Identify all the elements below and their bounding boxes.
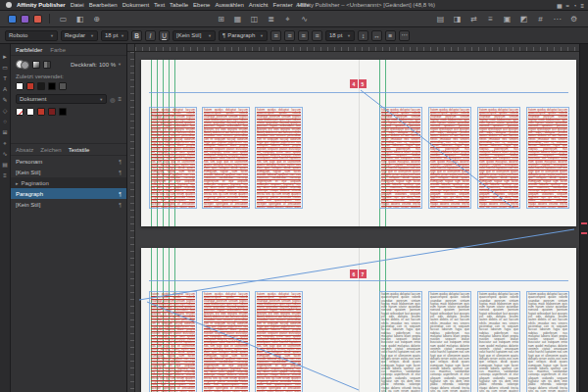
menu-app[interactable]: Affinity Publisher — [17, 2, 66, 8]
leading-icon[interactable]: ↕ — [358, 30, 368, 41]
menu-ansicht[interactable]: Ansicht — [249, 2, 269, 8]
opacity-control[interactable]: Deckkraft: 100 % ▼ — [71, 62, 122, 68]
font-family-select[interactable]: Roboto ▼ — [5, 30, 58, 41]
menu-auswaehlen[interactable]: Auswählen — [215, 2, 243, 8]
document-swatch[interactable] — [37, 108, 45, 116]
menu-bearbeiten[interactable]: Bearbeiten — [89, 2, 118, 8]
text-column[interactable]: Itatem quidus doluptat laccum quaecerspe… — [202, 107, 250, 209]
menu-tabelle[interactable]: Tabelle — [170, 2, 188, 8]
text-panel-icon[interactable]: ≡ — [484, 15, 497, 24]
text-column[interactable]: Itatem quidus doluptat laccum quaecerspe… — [477, 291, 520, 392]
tab-farbfelder[interactable]: Farbfelder — [16, 47, 42, 53]
recent-swatch[interactable] — [48, 82, 56, 90]
tab-textstile[interactable]: Textstile — [69, 147, 90, 153]
text-style-group-pagination[interactable]: ▸ Pagination — [11, 177, 126, 188]
text-style-item[interactable]: Personam ¶ — [11, 156, 126, 167]
display-icon[interactable]: ▦ — [557, 2, 563, 9]
menu-fenster[interactable]: Fenster — [273, 2, 293, 8]
more-icon[interactable]: ⋯ — [551, 15, 564, 24]
leading-select[interactable]: 18 pt ▼ — [325, 30, 355, 41]
document-swatch[interactable] — [59, 108, 67, 116]
document-swatch[interactable] — [48, 108, 56, 116]
wifi-icon[interactable]: ≈ — [566, 3, 569, 9]
grid-icon[interactable]: # — [534, 15, 547, 24]
pen-tool[interactable]: ✎ — [2, 96, 7, 104]
transform-origin-icon[interactable]: ⌖ — [281, 15, 294, 24]
right-panel-strip[interactable] — [579, 44, 588, 392]
table-tool[interactable]: A — [3, 85, 7, 93]
page-number-badge[interactable]: 6 7 — [350, 270, 367, 278]
text-style-item[interactable]: [Kein Stil] ¶ — [11, 199, 126, 210]
text-column[interactable]: Itatem quidus doluptat laccum quaecerspe… — [149, 107, 197, 209]
curves-icon[interactable]: ∿ — [298, 15, 311, 24]
none-swatch[interactable] — [16, 108, 24, 116]
colour-picker-tool[interactable]: ▤ — [2, 161, 8, 169]
recent-swatch[interactable] — [59, 82, 67, 90]
page-number-badge[interactable]: 4 5 — [350, 79, 367, 88]
rectangle-tool[interactable]: ⊞ — [2, 128, 7, 136]
tab-absatz[interactable]: Absatz — [16, 147, 33, 153]
gradient-fill-icon[interactable] — [32, 61, 40, 69]
text-column[interactable]: Itatem quidus doluptat laccum quaecerspe… — [428, 291, 471, 392]
search-icon[interactable]: ◎ — [110, 96, 115, 103]
bitmap-fill-icon[interactable] — [43, 61, 51, 69]
tab-farbe[interactable]: Farbe — [50, 47, 66, 53]
settings-icon[interactable]: ⚙ — [567, 15, 580, 24]
text-column[interactable]: Itatem quidus doluptat laccum quaecerspe… — [526, 291, 569, 392]
split-view-icon[interactable]: ◫ — [248, 15, 261, 24]
align-justify-button[interactable]: ≡ — [312, 30, 322, 41]
list-icon[interactable]: ≡ — [385, 30, 396, 41]
document-canvas[interactable]: 4 5 Itatem quidus doluptat laccum quaece… — [135, 52, 579, 392]
text-column[interactable]: Itatem quidus doluptat laccum quaecerspe… — [149, 291, 197, 392]
recent-swatch[interactable] — [16, 82, 24, 90]
panel-menu-icon[interactable]: ≡ — [118, 96, 122, 102]
align-center-button[interactable]: ≡ — [284, 30, 295, 41]
text-column[interactable]: Itatem quidus doluptat laccum quaecerspe… — [428, 107, 471, 209]
color-selector-icon[interactable] — [16, 60, 29, 70]
text-column[interactable]: Itatem quidus doluptat laccum quaecerspe… — [477, 107, 520, 209]
control-center-icon[interactable]: ≡ — [580, 3, 584, 9]
margins-icon[interactable]: ◩ — [517, 15, 530, 24]
view-tool[interactable]: ≡ — [3, 172, 7, 179]
preview-mode-icon[interactable]: ▦ — [231, 15, 244, 24]
bold-button[interactable]: B — [131, 30, 142, 41]
node-tool[interactable]: ◇ — [3, 107, 8, 115]
tracking-icon[interactable]: ↔ — [371, 30, 382, 41]
document-swatch[interactable] — [26, 108, 34, 116]
menu-ebene[interactable]: Ebene — [193, 2, 210, 8]
align-panel-icon[interactable]: ◨ — [451, 15, 464, 24]
photo-persona-button[interactable] — [33, 15, 42, 24]
text-column[interactable]: Itatem quidus doluptat laccum quaecerspe… — [379, 291, 422, 392]
text-column[interactable]: Itatem quidus doluptat laccum quaecerspe… — [379, 107, 422, 209]
align-right-button[interactable]: ≡ — [298, 30, 309, 41]
menu-dokument[interactable]: Dokument — [122, 2, 149, 8]
text-style-item-selected[interactable]: Paragraph ¶ — [11, 188, 126, 199]
tab-zeichen[interactable]: Zeichen — [40, 147, 61, 153]
flip-icon[interactable]: ⇄ — [467, 15, 480, 24]
picture-frame-tool[interactable]: ⌖ — [3, 139, 6, 147]
designer-persona-button[interactable] — [21, 15, 29, 24]
place-icon[interactable]: ⊕ — [90, 15, 103, 24]
publisher-persona-button[interactable] — [8, 15, 17, 24]
artistic-text-tool[interactable]: T — [3, 74, 7, 82]
disclosure-icon[interactable]: ▸ — [16, 180, 19, 186]
ellipse-tool[interactable]: ○ — [3, 118, 7, 125]
move-tool[interactable]: ► — [2, 53, 8, 61]
more-options-icon[interactable]: ⋯ — [399, 30, 410, 41]
text-column[interactable]: Itatem quidus doluptat laccum quaecerspe… — [255, 291, 303, 392]
battery-icon[interactable]: ◔ — [573, 3, 577, 9]
character-style-select[interactable]: [Kein Stil] ▼ — [172, 30, 216, 41]
menu-datei[interactable]: Datei — [71, 2, 84, 8]
font-style-select[interactable]: Regular ▼ — [61, 30, 98, 41]
underline-button[interactable]: U — [159, 30, 170, 41]
menu-text[interactable]: Text — [154, 2, 165, 8]
apple-menu-icon[interactable] — [6, 2, 12, 8]
guides-icon[interactable]: ▣ — [501, 15, 514, 24]
spread-pages-6-7[interactable]: 6 7 Itatem quidus doluptat laccum quaece… — [141, 248, 576, 392]
vector-crop-tool[interactable]: ∿ — [2, 150, 7, 158]
text-column[interactable]: Itatem quidus doluptat laccum quaecerspe… — [526, 107, 569, 209]
italic-button[interactable]: I — [145, 30, 156, 41]
recent-swatch[interactable] — [37, 82, 45, 90]
text-column[interactable]: Itatem quidus doluptat laccum quaecerspe… — [202, 291, 250, 392]
open-icon[interactable]: ◧ — [74, 15, 86, 24]
